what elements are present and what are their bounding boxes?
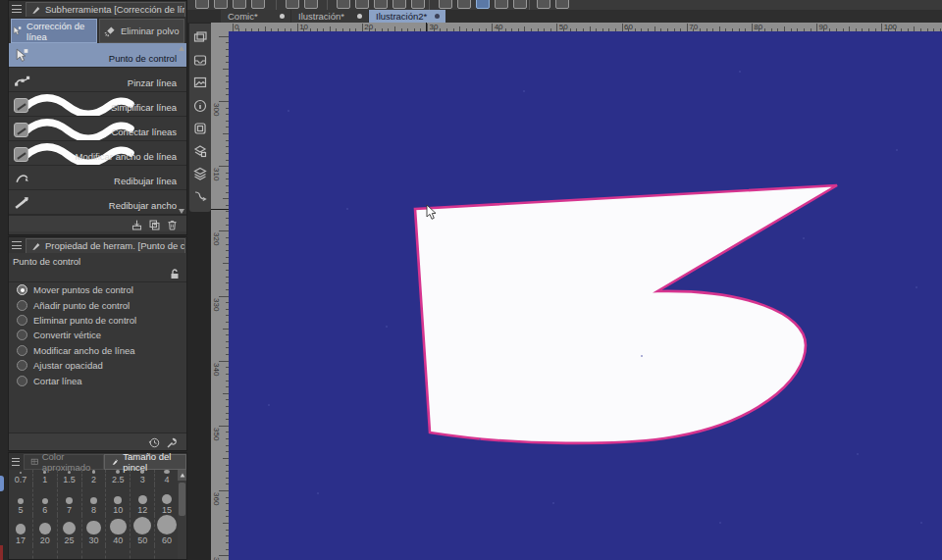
mode-option[interactable]: Modificar ancho de línea [9,343,186,358]
brush-size-cell[interactable]: 30 [82,515,107,545]
brush-size-cell[interactable] [106,545,131,559]
subtool-item[interactable]: Redibujar línea [9,166,186,190]
brush-size-cell[interactable]: 50 [131,515,155,545]
brush-size-cell[interactable]: 40 [106,515,131,545]
subtool-item[interactable]: Conectar líneas [9,117,186,141]
brush-size-cell[interactable]: 7 [58,484,82,515]
brush-size-cell[interactable]: 1 [33,470,58,484]
info-icon[interactable] [192,98,208,114]
tab-status-dot-icon[interactable] [357,14,362,19]
toolbar-icon[interactable] [537,0,550,9]
brush-size-cell[interactable]: 2.5 [106,470,131,484]
toolbar-icon[interactable] [286,0,299,9]
radio-icon[interactable] [17,376,27,386]
radio-icon[interactable] [17,300,27,311]
subtool-item[interactable]: Punto de control [9,43,186,68]
import-icon[interactable] [131,218,143,230]
brush-size-cell[interactable] [155,545,178,559]
brush-size-cell[interactable]: 25 [58,515,82,545]
document-tab[interactable]: Comic* [221,10,290,23]
brush-size-cell[interactable] [82,545,107,559]
toolbar-icon[interactable] [337,0,350,9]
toolbar-icon[interactable] [214,0,228,9]
brush-size-cell[interactable]: 8 [82,484,107,515]
scroll-thumb[interactable] [179,483,185,516]
tab-brush-size[interactable]: Tamaño del pincel [104,454,186,470]
brush-size-cell[interactable]: 10 [106,484,131,515]
brush-size-cell[interactable]: 1.5 [58,470,82,484]
mode-option[interactable]: Eliminar punto de control [9,313,186,328]
subtool-tab[interactable]: Corrección de línea [11,19,97,43]
tray-icon[interactable] [192,52,208,68]
brush-size-cell[interactable]: 12 [131,484,155,515]
mode-option[interactable]: Mover puntos de control [9,282,186,297]
brush-size-cell[interactable]: 2 [82,470,107,484]
brush-size-cell[interactable]: 60 [155,515,178,545]
subview-icon[interactable] [192,29,208,45]
toolbar-icon[interactable] [439,0,452,9]
toolbar-icon[interactable] [513,0,527,9]
subtool-item[interactable]: Simplificar línea [9,92,186,117]
toolbar-icon[interactable] [495,0,508,9]
toolbar-icon[interactable] [304,0,318,9]
lock-icon[interactable] [169,268,181,280]
radio-icon[interactable] [17,315,27,326]
trash-icon[interactable] [166,218,179,230]
brush-size-cell[interactable]: 17 [9,515,33,545]
panel-menu-icon[interactable] [12,458,20,466]
document-tab[interactable]: Ilustración2* [369,10,445,23]
radio-icon[interactable] [17,345,27,356]
subtool-item[interactable]: Pinzar línea [9,68,186,92]
toolbar-icon[interactable] [195,0,209,9]
scroll-down[interactable] [179,209,185,214]
toolbar-icon[interactable] [233,0,246,9]
toolbar-icon[interactable] [374,0,388,9]
toolbar-icon[interactable] [457,0,471,9]
layer-property-icon[interactable] [192,121,208,136]
wrench-icon[interactable] [166,435,179,448]
image-icon[interactable] [192,75,208,90]
scroll-up[interactable] [179,46,185,51]
toolbar-icon[interactable] [476,0,490,9]
history-icon[interactable] [148,435,161,448]
brush-size-cell[interactable] [9,545,33,559]
tool-property-titlebar[interactable]: Propiedad de herram. [Punto de control] [9,237,186,253]
tab-status-dot-icon[interactable] [435,14,440,19]
tab-status-dot-icon[interactable] [280,14,285,19]
brush-size-cell[interactable]: 5 [9,484,33,515]
scroll-up[interactable] [178,470,186,481]
stroke-path-icon[interactable] [192,188,208,204]
layer-search-icon[interactable] [192,143,208,159]
brush-size-cell[interactable] [131,545,155,559]
mode-option[interactable]: Ajustar opacidad [9,358,186,373]
mode-option[interactable]: Convertir vértice [9,328,186,342]
brush-size-cell[interactable] [58,545,82,559]
subtool-titlebar[interactable]: Subherramienta [Corrección de línea] [9,1,186,17]
brush-size-cell[interactable]: 4 [155,470,178,484]
radio-icon[interactable] [17,360,27,371]
brush-size-cell[interactable]: 20 [33,515,58,545]
brush-size-cell[interactable]: 15 [155,484,178,515]
panel-menu-icon[interactable] [12,241,22,249]
subtool-item[interactable]: Redibujar ancho [9,190,186,215]
subtool-item[interactable]: Modificar ancho de línea [9,141,186,166]
brush-size-cell[interactable]: 3 [131,470,155,484]
mode-option[interactable]: Cortar línea [9,373,186,387]
radio-icon[interactable] [17,284,27,295]
brush-scrollbar[interactable] [178,470,186,559]
duplicate-icon[interactable] [148,218,161,230]
vector-shape[interactable] [229,31,942,560]
toolbar-icon[interactable] [355,0,369,9]
toolbar-icon[interactable] [251,0,265,9]
panel-menu-icon[interactable] [12,5,22,13]
brush-size-cell[interactable] [33,545,58,559]
tab-approx-color[interactable]: Color aproximado [24,454,105,470]
subtool-tab[interactable]: Eliminar polvo [99,19,185,43]
brush-size-cell[interactable]: 6 [33,484,58,515]
brush-size-cell[interactable]: 0.7 [9,470,33,484]
layers-icon[interactable] [192,166,208,181]
toolbar-icon[interactable] [411,0,425,9]
document-tab[interactable]: Ilustración* [291,10,368,23]
mode-option[interactable]: Añadir punto de control [9,297,186,312]
canvas[interactable] [229,31,942,560]
